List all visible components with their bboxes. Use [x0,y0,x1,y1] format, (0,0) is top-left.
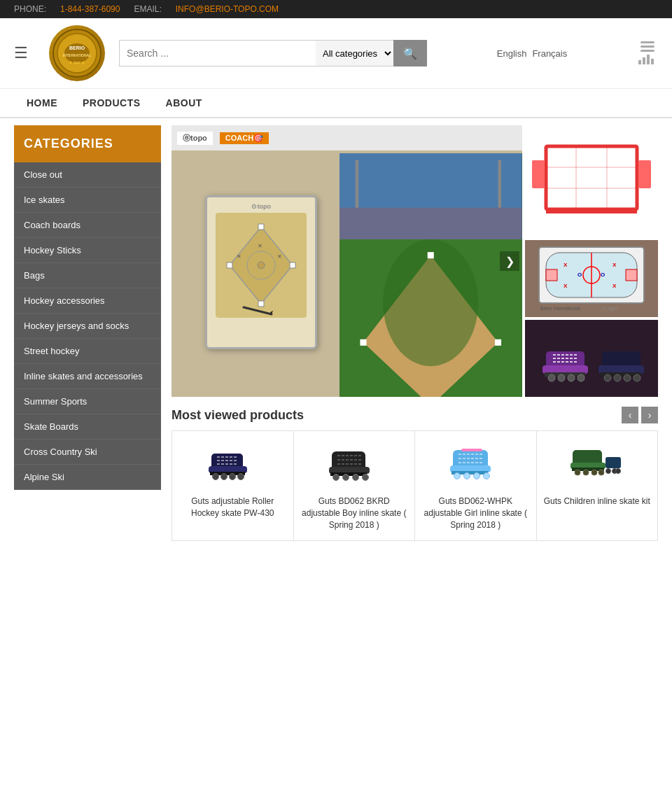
lang-english[interactable]: English [497,48,527,59]
hero-banner-mid-right[interactable]: X X X X O O Berio International ⊙ topo [525,240,658,317]
svg-point-75 [634,374,640,381]
section-nav-buttons: ‹ › [622,407,658,423]
nav-about[interactable]: ABOUT [153,89,215,117]
hero-banner-bot-right[interactable] [525,320,658,397]
svg-rect-49 [626,269,637,281]
menu-hamburger-icon[interactable]: ☰ [14,44,28,62]
svg-point-62 [548,374,555,381]
header: ☰ BERIO INTERNATIONAL ⚡ topo ⚡ All categ… [0,18,672,89]
svg-point-91 [352,474,358,480]
svg-text:X: X [564,262,568,268]
sidebar-item-bags[interactable]: Bags [14,263,161,288]
svg-text:X: X [564,283,568,289]
most-viewed-title: Most viewed products [172,408,304,423]
nav-home[interactable]: HOME [14,89,70,117]
product-card-4[interactable]: Guts Children inline skate kit [537,431,658,540]
svg-rect-8 [647,55,650,64]
search-input[interactable] [119,40,316,66]
sidebar-item-streethockey[interactable]: Street hockey [14,339,161,364]
svg-text:INTERNATIONAL: INTERNATIONAL [63,53,91,57]
svg-point-81 [230,473,236,479]
svg-text:✕: ✕ [237,253,241,260]
svg-text:✕: ✕ [277,253,282,260]
icon-bars [640,41,654,52]
sidebar-item-closeout[interactable]: Close out [14,162,161,188]
lang-french[interactable]: Français [532,48,567,59]
product-card-3[interactable]: Guts BD062-WHPK adjustable Girl inline s… [415,431,537,540]
svg-rect-114 [606,457,621,468]
product-image-1 [204,441,260,490]
products-next-button[interactable]: › [641,407,658,423]
svg-rect-30 [428,252,434,258]
hero-next-button[interactable]: ❯ [500,251,519,271]
svg-point-80 [221,473,227,479]
sidebar-item-coachboards[interactable]: Coach boards [14,213,161,238]
children-skate-kit-icon [569,443,625,489]
svg-point-17 [258,262,265,269]
hero-banner-main[interactable]: ⓔtopo COACH🎯 ⊙topo [172,125,522,397]
svg-text:BERIO: BERIO [69,45,85,50]
sidebar-item-skateboards[interactable]: Skate Boards [14,414,161,440]
baseball-stadium-svg [340,153,522,397]
svg-point-72 [604,374,611,381]
svg-point-82 [238,473,244,479]
search-area: All categories 🔍 [119,40,427,66]
svg-rect-33 [360,339,367,346]
svg-point-65 [578,374,584,381]
svg-point-101 [474,472,480,479]
sidebar-item-iceskates[interactable]: Ice skates [14,188,161,213]
svg-rect-40 [546,209,637,213]
svg-rect-106 [461,449,482,451]
product-image-2 [326,441,382,490]
svg-text:X: X [612,283,617,289]
product-image-3 [447,441,503,490]
top-right-icons [637,41,658,66]
sidebar-item-hockeysticks[interactable]: Hockey Sticks [14,238,161,263]
banner-logo-etopo: ⓔtopo [177,132,213,145]
svg-rect-41 [532,160,545,188]
svg-text:O: O [601,272,605,278]
product-name-4: Guts Children inline skate kit [544,496,651,507]
baseball-field-photo [340,153,522,397]
field-diagram-svg: ✕ ✕ ✕ [216,213,307,318]
email-label: EMAIL: [134,4,161,14]
product-card-2[interactable]: Guts BD062 BKRD adjustable Boy inline sk… [294,431,416,540]
sidebar-item-hockeyjerseys[interactable]: Hockey jerseys and socks [14,314,161,339]
svg-point-73 [614,374,621,381]
svg-text:X: X [612,262,617,268]
svg-point-99 [454,472,461,479]
sidebar-item-alpineski[interactable]: Alpine Ski [14,465,161,490]
product-image-4 [569,441,625,490]
svg-point-115 [606,468,610,473]
svg-point-79 [213,473,219,479]
svg-rect-15 [258,301,264,307]
svg-point-63 [558,374,565,381]
svg-point-64 [568,374,575,381]
sidebar-item-summersports[interactable]: Summer Sports [14,389,161,414]
logo-area[interactable]: BERIO INTERNATIONAL ⚡ topo ⚡ [49,25,105,81]
search-button[interactable]: 🔍 [393,40,427,66]
email-link[interactable]: INFO@BERIO-TOPO.COM [176,4,279,14]
language-switcher: English Français [497,48,568,59]
products-prev-button[interactable]: ‹ [622,407,638,423]
product-card-1[interactable]: Guts adjustable Roller Hockey skate PW-4… [172,431,294,540]
svg-text:⚡ topo ⚡: ⚡ topo ⚡ [69,60,85,65]
sidebar-item-crosscountry[interactable]: Cross Country Ski [14,440,161,465]
phone-link[interactable]: 1-844-387-6090 [60,4,120,14]
svg-rect-7 [643,57,645,64]
icon-bar-2 [640,45,654,48]
banner-logo-coach: COACH🎯 [220,132,269,144]
svg-text:✕: ✕ [258,243,262,249]
svg-rect-31 [495,339,501,346]
svg-rect-9 [651,59,654,64]
sidebar-item-hockeyaccessories[interactable]: Hockey accessories [14,288,161,314]
sidebar-item-inlineskates[interactable]: Inline skates and accessories [14,364,161,389]
products-row: Guts adjustable Roller Hockey skate PW-4… [172,430,658,541]
categories-dropdown[interactable]: All categories [316,40,393,66]
nav-products[interactable]: PRODUCTS [70,89,153,117]
soccer-goal-svg [525,125,658,237]
banner-grid: ⓔtopo COACH🎯 ⊙topo [172,125,658,394]
coach-board-graphic: ⊙topo [177,153,345,391]
hero-banner-top-right[interactable] [525,125,658,237]
icon-bar-1 [640,41,654,43]
